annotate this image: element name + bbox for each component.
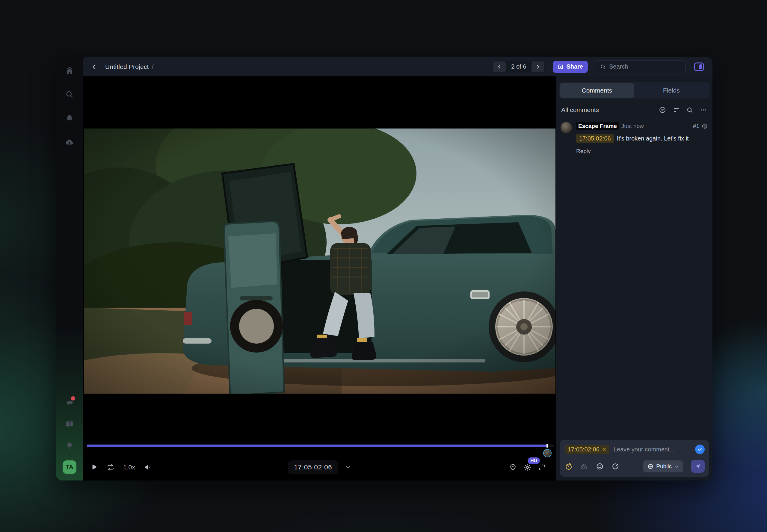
- asset-pager: 2 of 6: [492, 61, 545, 73]
- search-icon: [600, 64, 606, 70]
- chevron-down-icon[interactable]: [345, 465, 351, 470]
- timecode-display[interactable]: 17:05:02:06: [288, 460, 338, 474]
- resolve-check-icon[interactable]: [695, 445, 705, 454]
- settings-gear-icon[interactable]: HD: [523, 463, 532, 471]
- search-comments-icon[interactable]: [686, 107, 693, 114]
- quality-badge: HD: [528, 457, 540, 464]
- comment-composer: 17:05:02:06✕: [560, 440, 709, 477]
- video-player: 1.0x 17:05:02:06: [83, 76, 556, 480]
- play-button[interactable]: [90, 463, 98, 471]
- share-icon: [558, 64, 564, 70]
- search-field[interactable]: [596, 61, 686, 73]
- comment-item[interactable]: Escape Frame Just now #1 17:05:02:06: [556, 117, 712, 155]
- emoji-icon[interactable]: [596, 463, 604, 470]
- next-asset-button[interactable]: [532, 61, 544, 72]
- app-window: ? TA Untitled Project/ 2 of 6: [56, 57, 712, 480]
- comment-time: Just now: [621, 123, 644, 129]
- composer-timestamp-chip[interactable]: 17:05:02:06✕: [565, 445, 609, 454]
- share-button[interactable]: Share: [553, 61, 588, 73]
- ideas-lightbulb-icon[interactable]: [63, 439, 76, 453]
- notification-dot: [71, 396, 75, 400]
- send-comment-button[interactable]: [691, 460, 705, 473]
- pager-count: 2 of 6: [506, 63, 532, 70]
- comment-text: It's broken again. Let's fix it: [617, 135, 689, 142]
- visibility-label: Public: [656, 463, 672, 470]
- panel-tabs: Comments Fields: [559, 82, 709, 99]
- fullscreen-icon[interactable]: [538, 464, 546, 471]
- help-icon[interactable]: ?: [63, 417, 76, 431]
- volume-icon[interactable]: [144, 463, 151, 471]
- svg-text:?: ?: [68, 421, 71, 426]
- breadcrumb[interactable]: Untitled Project/: [105, 63, 154, 70]
- more-options-icon[interactable]: [700, 106, 707, 114]
- comment-timestamp-chip[interactable]: 17:05:02:06: [576, 134, 614, 143]
- top-bar: Untitled Project/ 2 of 6 Share: [83, 57, 712, 76]
- loop-icon[interactable]: [106, 463, 115, 471]
- visibility-dropdown[interactable]: Public: [643, 460, 683, 472]
- tab-fields[interactable]: Fields: [634, 83, 709, 98]
- annotate-draw-icon[interactable]: [612, 463, 619, 470]
- remove-timestamp-icon[interactable]: ✕: [602, 447, 606, 453]
- comments-panel: Comments Fields All comments: [556, 76, 712, 480]
- share-label: Share: [566, 63, 583, 70]
- location-pin-icon[interactable]: [509, 463, 517, 471]
- back-button[interactable]: [89, 61, 100, 72]
- project-title: Untitled Project: [105, 63, 149, 70]
- comment-number: #1: [693, 123, 699, 129]
- playback-speed[interactable]: 1.0x: [123, 464, 135, 471]
- previous-asset-button[interactable]: [493, 61, 506, 72]
- attachment-icon[interactable]: [580, 463, 588, 470]
- filter-icon[interactable]: [659, 106, 666, 114]
- globe-icon: [702, 123, 708, 129]
- playhead[interactable]: [546, 444, 548, 448]
- comments-filter-label[interactable]: All comments: [561, 106, 599, 114]
- comment-marker-avatar[interactable]: [543, 449, 552, 457]
- comment-author-avatar[interactable]: [561, 122, 572, 133]
- timeline-progress: [87, 445, 547, 447]
- breadcrumb-separator: /: [152, 63, 154, 70]
- panel-toggle-icon[interactable]: [693, 62, 705, 72]
- timestamp-toggle-icon[interactable]: [565, 463, 573, 470]
- comment-input[interactable]: [614, 446, 691, 453]
- notifications-bell-icon[interactable]: [63, 111, 76, 125]
- cloud-upload-icon[interactable]: [63, 135, 76, 149]
- search-input[interactable]: [609, 63, 689, 70]
- globe-icon: [647, 463, 653, 469]
- home-icon[interactable]: [63, 64, 76, 77]
- comments-header: All comments: [556, 99, 712, 117]
- announcements-megaphone-icon[interactable]: [63, 396, 76, 409]
- video-still-scene: [84, 129, 555, 394]
- video-frame[interactable]: [84, 129, 555, 394]
- player-controls: 1.0x 17:05:02:06: [83, 457, 556, 477]
- chevron-down-icon: [674, 464, 679, 469]
- search-icon[interactable]: [63, 87, 76, 101]
- reply-button[interactable]: Reply: [576, 148, 708, 155]
- comment-author-name: Escape Frame: [576, 122, 619, 130]
- tab-comments[interactable]: Comments: [560, 83, 634, 98]
- sort-icon[interactable]: [673, 106, 680, 114]
- user-avatar[interactable]: TA: [63, 460, 76, 474]
- left-sidebar: ? TA: [56, 57, 83, 480]
- timeline-scrubber[interactable]: [87, 445, 554, 447]
